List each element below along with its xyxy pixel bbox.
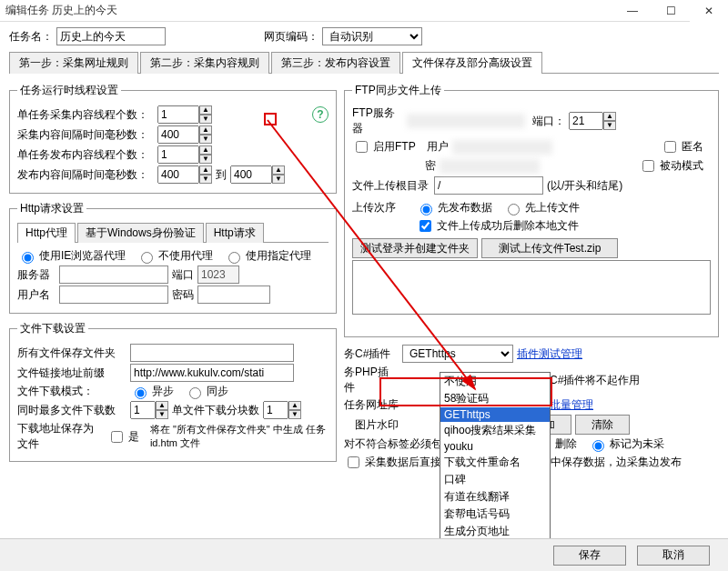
root-label: 文件上传根目录	[352, 178, 430, 194]
ftp-pwd-label: 密	[425, 158, 436, 174]
opt-rename[interactable]: 下载文件重命名	[440, 454, 550, 471]
save-as-check[interactable]: 是	[107, 428, 139, 446]
cancel-button[interactable]: 取消	[637, 546, 710, 566]
tab-file-advanced[interactable]: 文件保存及部分高级设置	[402, 52, 542, 74]
tab-content-rules[interactable]: 第二步：采集内容规则	[140, 52, 269, 74]
save-folder-input[interactable]	[130, 344, 294, 362]
publish-interval-from[interactable]	[157, 165, 199, 184]
enable-ftp-check[interactable]: 启用FTP	[352, 138, 416, 155]
ftp-server-label: FTP服务器	[352, 105, 403, 136]
opt-youku[interactable]: youku	[440, 439, 550, 454]
anon-check[interactable]: 匿名	[661, 138, 703, 155]
user-label: 用户名	[17, 287, 56, 303]
opt-qihoo[interactable]: qihoo搜索结果采集	[440, 422, 550, 439]
spin-up[interactable]: ▲	[199, 105, 212, 115]
encoding-label: 网页编码：	[264, 29, 318, 45]
chunk-input[interactable]	[263, 401, 288, 419]
http-settings-group: Http请求设置 Http代理 基于Windows身份验证 Http请求 使用I…	[9, 201, 337, 314]
plugin-test-link[interactable]: 插件测试管理	[517, 346, 582, 362]
tab-publish[interactable]: 第三步：发布内容设置	[271, 52, 400, 74]
proxy-none-radio[interactable]: 不使用代理	[136, 248, 213, 264]
task-name-input[interactable]	[56, 27, 166, 45]
save-folder-label: 所有文件保存文件夹	[17, 346, 126, 361]
subtab-httpreq[interactable]: Http请求	[206, 223, 264, 243]
opt-none[interactable]: 不使用	[440, 373, 550, 390]
test-upload-button[interactable]: 测试上传文件Test.zip	[481, 238, 618, 258]
server-label: 服务器	[17, 267, 56, 283]
publish-threads-input[interactable]	[157, 145, 199, 164]
cs-plugin-select[interactable]: GEThttps	[402, 345, 513, 363]
publish-threads-label: 单任务发布内容线程个数：	[17, 147, 154, 163]
unmatched-label: 对不符合标签必须包含	[344, 436, 453, 452]
ftp-server-blur	[407, 114, 525, 128]
opt-58[interactable]: 58验证码	[440, 390, 550, 407]
proxy-ie-radio[interactable]: 使用IE浏览器代理	[17, 248, 126, 264]
maxfiles-input[interactable]	[130, 401, 156, 419]
thread-settings-group: 任务运行时线程设置 单任务采集内容线程个数： ▲▼ ? 采集内容间隔时间毫秒数：…	[9, 83, 337, 194]
ftp-port-input[interactable]	[569, 112, 603, 130]
ftp-pwd-blur	[440, 159, 540, 174]
root-input[interactable]	[434, 176, 543, 195]
close-button[interactable]: ✕	[690, 0, 728, 22]
unmatched-mark-radio[interactable]: 标记为未采	[588, 436, 664, 452]
publish-interval-label: 发布内容间隔时间毫秒数：	[17, 167, 154, 183]
user-input[interactable]	[59, 286, 168, 304]
save-as-label: 下载地址保存为文件	[17, 421, 104, 452]
http-legend: Http请求设置	[17, 201, 86, 216]
minimize-button[interactable]: —	[613, 0, 652, 22]
file-legend: 文件下载设置	[17, 321, 88, 336]
file-download-group: 文件下载设置 所有文件保存文件夹 文件链接地址前缀 文件下载模式： 异步 同步 …	[9, 321, 337, 462]
collect-interval-input[interactable]	[157, 125, 199, 144]
opt-gethttps[interactable]: GEThttps	[440, 407, 550, 422]
ftp-user-blur	[452, 140, 552, 155]
mode-sync-radio[interactable]: 同步	[185, 384, 228, 399]
pwd-label: 密码	[172, 287, 194, 303]
ftp-port-label: 端口：	[532, 114, 565, 129]
server-input[interactable]	[59, 265, 168, 284]
order-upfirst-radio[interactable]: 先上传文件	[503, 200, 580, 215]
mode-label: 文件下载模式：	[17, 384, 126, 399]
ftp-log-textarea[interactable]	[352, 260, 711, 315]
save-as-note: 将在 "所有文件保存文件夹" 中生成 任务id.htm 文件	[150, 423, 329, 450]
proxy-custom-radio[interactable]: 使用指定代理	[224, 248, 311, 264]
collect-interval-label: 采集内容间隔时间毫秒数：	[17, 127, 154, 143]
save-button[interactable]: 保存	[553, 546, 626, 566]
port-label: 端口	[172, 267, 194, 283]
publish-interval-to[interactable]	[230, 165, 272, 184]
cs-plugin-label: 务C#插件	[344, 346, 399, 362]
subtab-winauth[interactable]: 基于Windows身份验证	[77, 223, 204, 243]
cs-plugin-dropdown[interactable]: 不使用 58验证码 GEThttps qihoo搜索结果采集 youku 下载文…	[440, 372, 551, 541]
order-label: 上传次序	[352, 200, 412, 215]
opt-youdao[interactable]: 有道在线翻译	[440, 488, 550, 506]
ftp-user-label: 用户	[427, 139, 449, 155]
maximize-button[interactable]: ☐	[652, 0, 690, 22]
ftp-group: FTP同步文件上传 FTP服务器 端口： ▲▼ 启用FTP 用户 匿名 密 被动…	[344, 83, 719, 337]
mode-async-radio[interactable]: 异步	[130, 384, 174, 399]
main-tabs: 第一步：采集网址规则 第二步：采集内容规则 第三步：发布内容设置 文件保存及部分…	[9, 51, 719, 74]
maxfiles-label: 同时最多文件下载数	[17, 403, 126, 418]
to-label: 到	[216, 167, 227, 183]
passive-check[interactable]: 被动模式	[639, 157, 703, 175]
ftp-legend: FTP同步文件上传	[352, 83, 444, 98]
subtab-proxy[interactable]: Http代理	[17, 223, 76, 243]
thread-legend: 任务运行时线程设置	[17, 83, 121, 98]
pwd-input[interactable]	[197, 286, 270, 304]
chunk-label: 单文件下载分块数	[172, 403, 259, 418]
prefix-input[interactable]	[130, 364, 294, 382]
root-hint: (以/开头和结尾)	[547, 178, 622, 194]
delete-after-check[interactable]: 文件上传成功后删除本地文件	[416, 217, 579, 235]
opt-koubei[interactable]: 口碑	[440, 471, 550, 488]
tab-url-rules[interactable]: 第一步：采集网址规则	[9, 52, 138, 74]
encoding-select[interactable]: 自动识别	[322, 27, 422, 45]
order-pubfirst-radio[interactable]: 先发布数据	[416, 200, 492, 215]
task-name-label: 任务名：	[9, 29, 53, 45]
opt-phone[interactable]: 套帮电话号码	[440, 506, 550, 523]
spin-down[interactable]: ▼	[199, 115, 212, 124]
php-plugin-label: 务PHP插件	[344, 365, 399, 396]
collect-threads-label: 单任务采集内容线程个数：	[17, 107, 154, 123]
test-login-button[interactable]: 测试登录并创建文件夹	[352, 238, 478, 258]
window-title: 编辑任务 历史上的今天	[5, 3, 117, 18]
collect-threads-input[interactable]	[157, 105, 199, 124]
help-icon[interactable]: ?	[312, 106, 329, 123]
clear-button[interactable]: 清除	[575, 415, 630, 435]
